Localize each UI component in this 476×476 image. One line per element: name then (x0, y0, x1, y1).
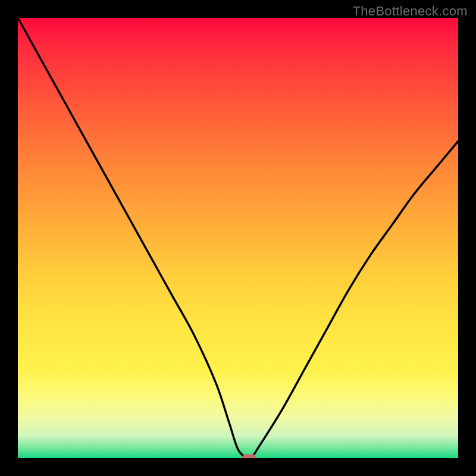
bottleneck-marker (242, 455, 256, 459)
plot-area (18, 18, 458, 458)
chart-frame: TheBottleneck.com (0, 0, 476, 476)
watermark-text: TheBottleneck.com (353, 4, 468, 19)
bottleneck-curve (18, 18, 458, 458)
